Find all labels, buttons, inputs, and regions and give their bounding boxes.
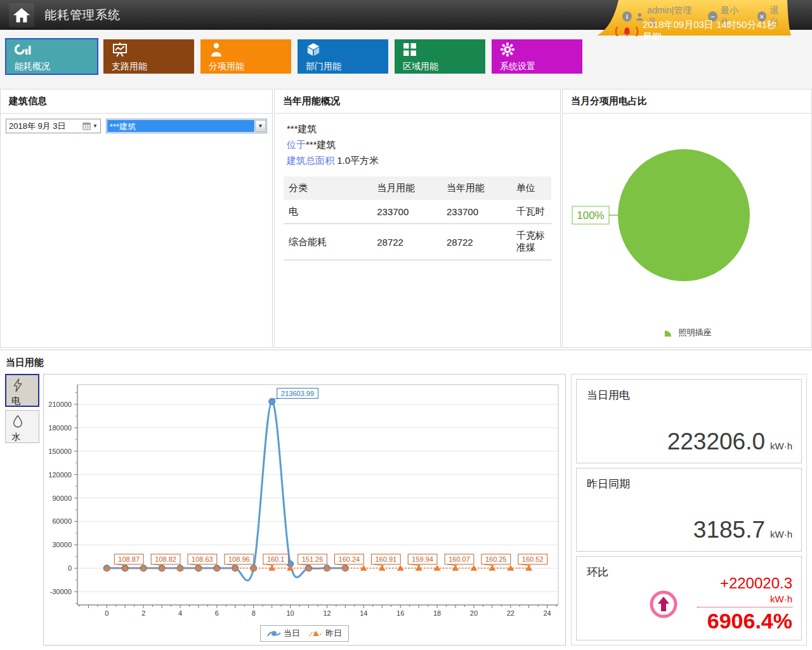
x-tick-label: 20 (470, 609, 478, 617)
data-label: 160.07 (449, 555, 470, 563)
person-icon (209, 43, 224, 56)
top-panels: 建筑信息 2018年 9月 3日 ▼ ***建筑 ▼ (0, 89, 812, 348)
date-picker-dropdown-icon[interactable]: ▼ (93, 123, 98, 129)
col-header-year: 当年用能 (442, 176, 511, 200)
legend-today-label: 当日 (284, 628, 300, 639)
nav-tile-label: 区域用能 (403, 61, 485, 72)
legend-item-today[interactable]: 当日 (267, 628, 300, 639)
data-label: 160.25 (485, 555, 507, 563)
nav-tile-system-settings[interactable]: 系统设置 (492, 39, 582, 74)
data-label: 108.63 (192, 555, 213, 563)
cell-unit: 千瓦时 (511, 200, 551, 224)
tab-electricity[interactable]: 电 (5, 374, 39, 407)
x-tick-label: 4 (178, 609, 182, 617)
tab-electricity-label: 电 (11, 395, 38, 407)
daily-usage-chart: -300000300006000090000120000150000180000… (44, 375, 565, 623)
cell-month-value: 28722 (372, 224, 442, 260)
nav-tile-area-energy[interactable]: 区域用能 (395, 39, 485, 74)
y-tick-label: 0 (68, 564, 72, 572)
alarm-bell-icon[interactable] (622, 26, 632, 37)
building-select[interactable]: ***建筑 ▼ (106, 119, 267, 133)
daily-usage-title: 当日用能 (0, 350, 812, 374)
plot-area (77, 385, 558, 605)
x-tick-label: 0 (105, 609, 108, 617)
chart-legend: 当日 昨日 (260, 625, 349, 642)
y-tick-label: 180000 (48, 424, 72, 432)
cell-unit: 千克标准煤 (511, 224, 551, 260)
home-icon[interactable] (9, 3, 34, 27)
nav-tile-branch-energy[interactable]: 支路用能 (103, 39, 194, 74)
alarm-paren-right: ) (635, 25, 639, 37)
gear-icon (500, 43, 515, 56)
y-tick-label: 30000 (52, 541, 72, 548)
tab-water-label: 水 (11, 432, 39, 443)
table-header-row: 分类 当月用能 当年用能 单位 (284, 176, 551, 200)
lightning-icon (11, 378, 24, 393)
energy-type-tabs: 电 水 (5, 374, 39, 646)
nav-tile-energy-overview[interactable]: 能耗概况 (6, 39, 97, 74)
data-label: 160.1 (267, 555, 285, 563)
nav-tile-label: 系统设置 (500, 61, 582, 72)
today-series-icon (267, 630, 281, 638)
cell-category: 综合能耗 (284, 224, 372, 260)
cell-category: 电 (284, 200, 372, 224)
data-label: 108.87 (118, 555, 140, 563)
date-picker-value: 2018年 9月 3日 (9, 121, 82, 132)
building-info-title: 建筑信息 (1, 90, 272, 113)
building-info-panel: 建筑信息 2018年 9月 3日 ▼ ***建筑 ▼ (0, 89, 273, 348)
cell-year-value: 233700 (442, 200, 511, 224)
stat-value: 3185.7 (693, 517, 765, 543)
ratio-unit: kW·h (697, 594, 792, 604)
col-header-unit: 单位 (511, 176, 551, 200)
tab-water[interactable]: 水 (5, 410, 39, 443)
building-name: ***建筑 (284, 120, 551, 136)
stat-unit: kW·h (770, 441, 792, 451)
daily-stats-panel: 当日用电 223206.0 kW·h 昨日同期 3185.7 kW·h 环比 (571, 374, 807, 646)
donut-chart-icon (15, 43, 31, 56)
data-label: 160.24 (339, 555, 360, 563)
year-overview-title: 当年用能概况 (275, 90, 560, 113)
pie-panel-title: 当月分项用电占比 (563, 90, 811, 113)
pie-legend[interactable]: 照明插座 (563, 326, 811, 338)
stat-title: 当日用电 (577, 380, 801, 402)
data-label: 159.94 (412, 555, 433, 563)
data-label: 213603.99 (281, 390, 314, 397)
x-tick-label: 10 (286, 609, 294, 617)
year-overview-panel: 当年用能概况 ***建筑 位于***建筑 建筑总面积 1.0平方米 分类 当月用… (274, 89, 561, 348)
pie-wedge-icon (663, 326, 675, 338)
data-label: 108.96 (228, 555, 250, 563)
located-value: ***建筑 (306, 139, 336, 150)
stat-value: 223206.0 (667, 428, 765, 455)
legend-yesterday-label: 昨日 (325, 628, 342, 639)
ribbon-datetime-row: ( ) 2018年09月03日 14时50分41秒 星期一 (615, 19, 786, 43)
grid-icon (403, 43, 417, 56)
x-tick-label: 12 (323, 609, 331, 617)
datetime-label: 2018年09月03日 14时50分41秒 星期一 (643, 19, 786, 43)
nav-tile-department-energy[interactable]: 部门用能 (298, 39, 388, 74)
cell-month-value: 233700 (372, 200, 442, 224)
x-tick-label: 24 (543, 609, 551, 617)
y-tick-label: 210000 (48, 401, 72, 408)
y-tick-label: -30000 (50, 588, 72, 595)
date-picker[interactable]: 2018年 9月 3日 ▼ (6, 119, 101, 133)
y-tick-label: 60000 (52, 517, 72, 525)
data-label: 160.52 (522, 555, 544, 563)
y-tick-label: 120000 (48, 471, 72, 479)
x-tick-label: 6 (215, 609, 219, 617)
ratio-percent-value: 6906.4% (697, 609, 792, 633)
table-row: 综合能耗 28722 28722 千克标准煤 (284, 224, 551, 260)
yesterday-series-icon (309, 630, 323, 638)
daily-usage-chart-card: -300000300006000090000120000150000180000… (43, 374, 566, 646)
alarm-paren-left: ( (615, 25, 619, 37)
nav-tile-subitem-energy[interactable]: 分项用能 (200, 39, 291, 74)
col-header-month: 当月用能 (372, 176, 442, 200)
ratio-delta-value: +220020.3 (697, 574, 792, 592)
building-select-dropdown-icon[interactable]: ▼ (255, 120, 266, 132)
data-label: 151.26 (302, 555, 324, 563)
y-tick-label: 90000 (52, 494, 72, 502)
legend-item-yesterday[interactable]: 昨日 (309, 628, 342, 639)
pie-legend-label: 照明插座 (679, 327, 712, 338)
pie-panel: 当月分项用电占比 100% 照明插座 (562, 89, 812, 348)
pie-chart: 100% (563, 114, 811, 323)
pie-percent-label: 100% (577, 209, 604, 222)
